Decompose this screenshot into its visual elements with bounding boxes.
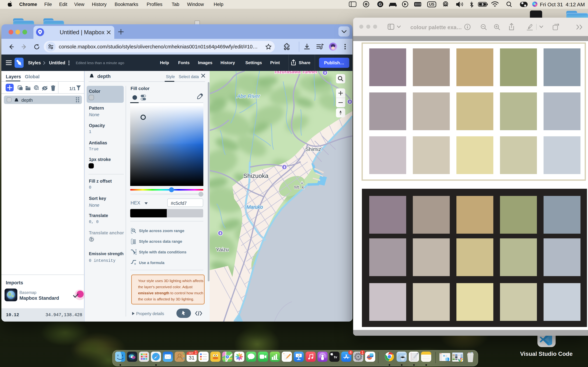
svg-text:Tozurasawa Tunnel: Tozurasawa Tunnel <box>274 71 317 75</box>
svg-text:“: “ <box>283 353 285 356</box>
svg-text:G: G <box>379 2 382 7</box>
svg-text:US: US <box>429 2 434 7</box>
svg-text:Shizuoka: Shizuoka <box>243 172 269 179</box>
svg-text:Abe River: Abe River <box>237 93 260 99</box>
svg-text:Yaizu: Yaizu <box>216 247 229 252</box>
svg-text:tv: tv <box>334 355 337 359</box>
svg-text:OCT: OCT <box>189 352 193 354</box>
svg-text:31: 31 <box>189 355 194 360</box>
svg-text:Mt. k: Mt. k <box>294 184 304 190</box>
svg-text:Shimiz: Shimiz <box>305 146 321 152</box>
svg-text:Maruko: Maruko <box>247 204 263 210</box>
